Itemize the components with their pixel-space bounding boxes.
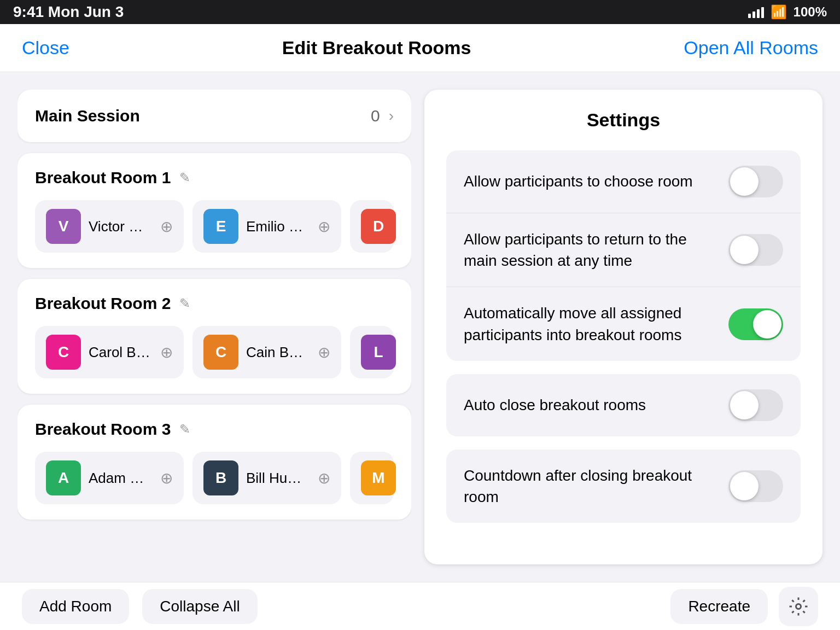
main-session-right: 0 › <box>371 107 394 125</box>
countdown-toggle[interactable] <box>728 470 783 502</box>
victor-name: Victor Reyes <box>89 218 153 235</box>
participant-victor: V Victor Reyes ⊕ <box>35 200 184 253</box>
settings-section-2: Auto close breakout rooms <box>446 374 801 436</box>
room-1-edit-icon[interactable]: ✎ <box>179 170 190 185</box>
auto-close-toggle-knob <box>730 391 759 419</box>
participant-carol-icon: ⊕ <box>160 343 173 361</box>
room-2-edit-icon[interactable]: ✎ <box>179 296 190 311</box>
participant-adam-icon: ⊕ <box>160 469 173 487</box>
open-all-rooms-button[interactable]: Open All Rooms <box>684 37 818 59</box>
settings-auto-close: Auto close breakout rooms <box>446 374 801 436</box>
countdown-toggle-knob <box>730 472 759 500</box>
room-3-edit-icon[interactable]: ✎ <box>179 422 190 437</box>
wifi-icon: 📶 <box>771 4 787 20</box>
close-button[interactable]: Close <box>22 37 69 59</box>
return-main-label: Allow participants to return to the main… <box>464 229 728 271</box>
adam-avatar: A <box>46 460 81 495</box>
choose-room-label: Allow participants to choose room <box>464 171 728 192</box>
settings-panel: Settings Allow participants to choose ro… <box>424 90 822 564</box>
add-room-button[interactable]: Add Room <box>22 589 129 624</box>
status-time: 9:41 Mon Jun 3 <box>13 3 124 21</box>
main-session-card[interactable]: Main Session 0 › <box>18 90 411 142</box>
participant-cain-icon: ⊕ <box>318 343 330 361</box>
room-2-header: Breakout Room 2 ✎ <box>35 294 394 313</box>
carol-name: Carol Billet <box>89 344 153 361</box>
return-main-toggle-knob <box>730 236 759 264</box>
room-card-3: Breakout Room 3 ✎ A Adam Baltazar ⊕ B Bi… <box>18 405 411 520</box>
auto-move-toggle-knob <box>753 310 781 339</box>
settings-return-main: Allow participants to return to the main… <box>446 213 801 287</box>
participant-2-icon: ⊕ <box>318 218 330 236</box>
auto-close-label: Auto close breakout rooms <box>464 394 728 416</box>
collapse-all-button[interactable]: Collapse All <box>142 589 257 624</box>
room-2-extra-avatar: L <box>361 335 396 370</box>
settings-section-1: Allow participants to choose room Allow … <box>446 150 801 361</box>
countdown-label: Countdown after closing breakout room <box>464 465 728 508</box>
settings-title: Settings <box>446 109 801 131</box>
room-1-extra-avatar: D <box>361 209 396 244</box>
emilio-name: Emilio Rashid <box>246 218 310 235</box>
emilio-avatar: E <box>203 209 238 244</box>
auto-move-label: Automatically move all assigned particip… <box>464 302 728 345</box>
gear-button[interactable] <box>779 587 818 626</box>
room-card-2: Breakout Room 2 ✎ C Carol Billet ⊕ C Cai… <box>18 279 411 394</box>
participant-bill: B Bill Huwaina ⊕ <box>192 452 341 504</box>
battery-level: 100% <box>794 4 827 20</box>
main-content: Main Session 0 › Breakout Room 1 ✎ V Vic… <box>0 72 840 582</box>
cain-name: Cain Barton <box>246 344 310 361</box>
room-3-header: Breakout Room 3 ✎ <box>35 420 394 439</box>
signal-icon <box>748 6 764 18</box>
main-session-title: Main Session <box>35 107 140 125</box>
bill-avatar: B <box>203 460 238 495</box>
gear-icon <box>789 597 808 616</box>
room-card-1: Breakout Room 1 ✎ V Victor Reyes ⊕ E Emi… <box>18 153 411 268</box>
participant-cain: C Cain Barton ⊕ <box>192 326 341 378</box>
recreate-button[interactable]: Recreate <box>670 589 768 624</box>
auto-move-toggle[interactable] <box>728 308 783 340</box>
room-3-more: M <box>350 452 394 504</box>
settings-countdown: Countdown after closing breakout room <box>446 450 801 523</box>
adam-name: Adam Baltazar <box>89 470 153 487</box>
nav-bar: Close Edit Breakout Rooms Open All Rooms <box>0 24 840 72</box>
room-1-header: Breakout Room 1 ✎ <box>35 168 394 187</box>
room-3-extra-avatar: M <box>361 460 396 495</box>
room-3-participants: A Adam Baltazar ⊕ B Bill Huwaina ⊕ M <box>35 452 394 504</box>
participant-1-icon: ⊕ <box>160 218 173 236</box>
room-1-title: Breakout Room 1 <box>35 168 171 187</box>
participant-adam: A Adam Baltazar ⊕ <box>35 452 184 504</box>
room-3-title: Breakout Room 3 <box>35 420 171 439</box>
bottom-bar: Add Room Collapse All Recreate <box>0 582 840 630</box>
status-bar: 9:41 Mon Jun 3 📶 100% <box>0 0 840 24</box>
return-main-toggle[interactable] <box>728 234 783 266</box>
participant-bill-icon: ⊕ <box>318 469 330 487</box>
bill-name: Bill Huwaina <box>246 470 310 487</box>
settings-section-3: Countdown after closing breakout room <box>446 450 801 523</box>
bottom-left-actions: Add Room Collapse All <box>22 589 258 624</box>
page-title: Edit Breakout Rooms <box>282 37 471 59</box>
participant-emilio: E Emilio Rashid ⊕ <box>192 200 341 253</box>
settings-choose-room: Allow participants to choose room <box>446 150 801 213</box>
choose-room-toggle[interactable] <box>728 166 783 197</box>
main-session-count: 0 <box>371 107 380 125</box>
status-indicators: 📶 100% <box>748 4 827 20</box>
svg-point-0 <box>796 604 801 609</box>
participant-carol: C Carol Billet ⊕ <box>35 326 184 378</box>
auto-close-toggle[interactable] <box>728 389 783 421</box>
room-1-participants: V Victor Reyes ⊕ E Emilio Rashid ⊕ D <box>35 200 394 253</box>
room-2-more: L <box>350 326 394 378</box>
settings-auto-move: Automatically move all assigned particip… <box>446 287 801 360</box>
bottom-right-actions: Recreate <box>670 587 818 626</box>
carol-avatar: C <box>46 335 81 370</box>
chevron-icon: › <box>389 107 394 125</box>
room-2-participants: C Carol Billet ⊕ C Cain Barton ⊕ L <box>35 326 394 378</box>
room-1-more: D <box>350 200 394 253</box>
victor-avatar: V <box>46 209 81 244</box>
choose-room-toggle-knob <box>730 167 759 196</box>
room-2-title: Breakout Room 2 <box>35 294 171 313</box>
left-panel: Main Session 0 › Breakout Room 1 ✎ V Vic… <box>18 90 411 564</box>
cain-avatar: C <box>203 335 238 370</box>
